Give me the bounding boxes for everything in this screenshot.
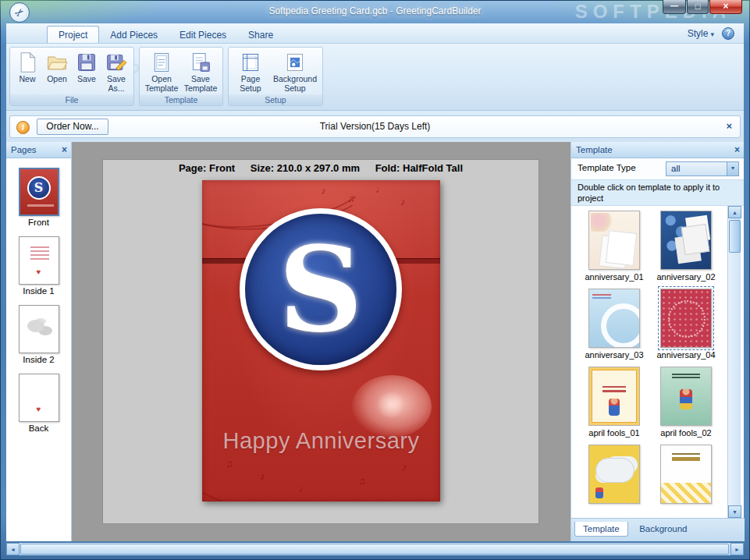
save-as-floppy-pencil-icon — [105, 51, 127, 73]
page-setup-icon — [240, 51, 261, 73]
page-thumb-label: Inside 2 — [6, 355, 71, 364]
arrow-up-icon: ▲ — [732, 210, 738, 215]
template-thumb — [588, 289, 640, 348]
template-panel-header: Template × — [571, 142, 744, 158]
template-item-anniversary-04[interactable]: anniversary_04 — [652, 289, 720, 360]
scroll-right-button[interactable]: ► — [730, 543, 744, 555]
help-button[interactable]: ? — [722, 27, 734, 40]
music-note-icon: ♫ — [226, 458, 233, 470]
template-label: anniversary_03 — [581, 350, 648, 360]
scrollbar-thumb[interactable] — [729, 220, 741, 253]
template-thumb — [588, 445, 640, 504]
scroll-left-button[interactable]: ◄ — [6, 543, 20, 555]
scrollbar-thumb[interactable] — [20, 544, 729, 555]
group-label-setup: Setup — [229, 94, 322, 105]
scroll-down-button[interactable]: ▼ — [728, 505, 741, 518]
window-controls: — □ × — [663, 0, 742, 14]
page-thumb-inside1[interactable]: ♥ Inside 1 — [6, 236, 71, 296]
template-item-anniversary-03[interactable]: anniversary_03 — [581, 289, 648, 360]
save-floppy-icon — [76, 51, 98, 73]
background-setup-button[interactable]: Background Setup — [270, 50, 320, 94]
template-thumb — [660, 211, 712, 270]
tab-share[interactable]: Share — [237, 27, 284, 43]
tab-edit-pieces[interactable]: Edit Pieces — [169, 27, 237, 43]
card-logo-circle: S — [245, 214, 396, 365]
open-button[interactable]: Open — [42, 50, 72, 85]
ribbon-tab-row: Project Add Pieces Edit Pieces Share Sty… — [6, 23, 744, 44]
template-panel: Template × Template Type all ▾ Double cl… — [570, 142, 744, 541]
ribbon: SOFTPEDIA New Open Save — [6, 44, 744, 111]
music-note-icon: ♪ — [402, 461, 407, 473]
page-thumb-inside1-preview: ♥ — [19, 236, 59, 285]
pages-panel-close-button[interactable]: × — [62, 142, 67, 158]
pages-panel: Pages × S Front ♥ Inside 1 Inside 2 — [6, 142, 72, 541]
arrow-left-icon: ◄ — [10, 547, 16, 552]
template-hint: Double click on template to apply it to … — [571, 179, 744, 206]
maximize-icon: □ — [695, 2, 701, 11]
mini-logo: S — [27, 176, 51, 200]
trial-zone: i Order Now... Trial Version(15 Days Lef… — [6, 111, 744, 142]
trial-bar-close-button[interactable]: × — [726, 120, 732, 132]
trial-bar: i Order Now... Trial Version(15 Days Lef… — [9, 115, 741, 138]
group-file: New Open Save Save As... File — [9, 47, 134, 106]
template-panel-close-button[interactable]: × — [734, 142, 740, 158]
page-info-fold: Fold: HalfFold Tall — [375, 162, 463, 174]
arrow-right-icon: ► — [734, 547, 740, 552]
minimize-button[interactable]: — — [663, 0, 686, 14]
page-thumb-inside2[interactable]: Inside 2 — [6, 305, 71, 364]
new-button[interactable]: New — [12, 50, 42, 85]
maximize-button[interactable]: □ — [687, 0, 709, 14]
template-thumb — [660, 367, 712, 426]
template-type-value: all — [671, 164, 681, 173]
template-type-row: Template Type all ▾ — [571, 158, 744, 179]
page-thumb-inside2-preview — [19, 305, 59, 353]
page-setup-button[interactable]: Page Setup — [231, 50, 270, 94]
open-folder-icon — [46, 51, 68, 73]
template-thumb — [588, 211, 640, 270]
template-item-april-fools-01[interactable]: april fools_01 — [581, 367, 648, 438]
group-label-file: File — [10, 94, 133, 105]
tab-background[interactable]: Background — [631, 522, 695, 536]
save-as-button[interactable]: Save As... — [101, 50, 131, 94]
tab-project[interactable]: Project — [47, 26, 99, 43]
main-area: Pages × S Front ♥ Inside 1 Inside 2 — [6, 142, 744, 541]
template-thumb — [588, 367, 640, 426]
save-template-icon — [190, 51, 211, 73]
tab-template[interactable]: Template — [574, 522, 628, 537]
horizontal-scrollbar[interactable]: ◄ ► — [6, 543, 744, 555]
app-icon[interactable]: ✂ — [9, 2, 30, 23]
page-thumb-front[interactable]: S Front — [6, 168, 71, 227]
page-thumb-back[interactable]: ♥ Back — [6, 374, 71, 433]
template-item-anniversary-01[interactable]: anniversary_01 — [581, 211, 648, 282]
pages-panel-title: Pages — [11, 145, 37, 154]
scroll-up-button[interactable]: ▲ — [728, 206, 741, 218]
page-info-header: Page: Front Size: 210.0 x 297.0 mm Fold:… — [103, 162, 539, 174]
page-area: Page: Front Size: 210.0 x 297.0 mm Fold:… — [102, 159, 539, 524]
open-template-button[interactable]: Open Template — [142, 50, 181, 94]
tab-add-pieces[interactable]: Add Pieces — [99, 27, 169, 43]
app-window: SOFTPEDIA Softpedia Greeting Card.gcb - … — [0, 0, 750, 560]
page-thumb-back-preview: ♥ — [19, 374, 59, 422]
page-info-size: Size: 210.0 x 297.0 mm — [251, 162, 360, 174]
page-thumb-front-preview: S — [19, 168, 59, 216]
music-note-icon: ♫ — [347, 193, 355, 204]
template-item-8[interactable] — [652, 445, 720, 506]
template-type-label: Template Type — [578, 163, 636, 172]
music-note-icon: ♪ — [400, 196, 406, 207]
style-menu[interactable]: Style▾ — [688, 28, 714, 39]
background-setup-icon — [284, 51, 306, 73]
help-icon: ? — [726, 29, 730, 37]
new-document-icon — [16, 51, 38, 73]
page-thumb-label: Back — [6, 424, 71, 433]
template-item-7[interactable] — [581, 445, 648, 506]
template-panel-title: Template — [576, 145, 613, 154]
card-front-preview[interactable]: ♪ ♫ ♩ ♪ S Happy Anniversary ♫ ♪ — [202, 180, 440, 502]
template-item-april-fools-02[interactable]: april fools_02 — [652, 367, 720, 438]
group-setup: Page Setup Background Setup Setup — [228, 47, 323, 106]
close-button[interactable]: × — [709, 0, 742, 14]
template-item-anniversary-02[interactable]: anniversary_02 — [652, 211, 720, 282]
save-button[interactable]: Save — [72, 50, 101, 85]
save-template-button[interactable]: Save Template — [181, 50, 220, 94]
template-type-select[interactable]: all ▾ — [666, 161, 739, 176]
template-list-scrollbar[interactable]: ▲ ▼ — [727, 206, 741, 518]
